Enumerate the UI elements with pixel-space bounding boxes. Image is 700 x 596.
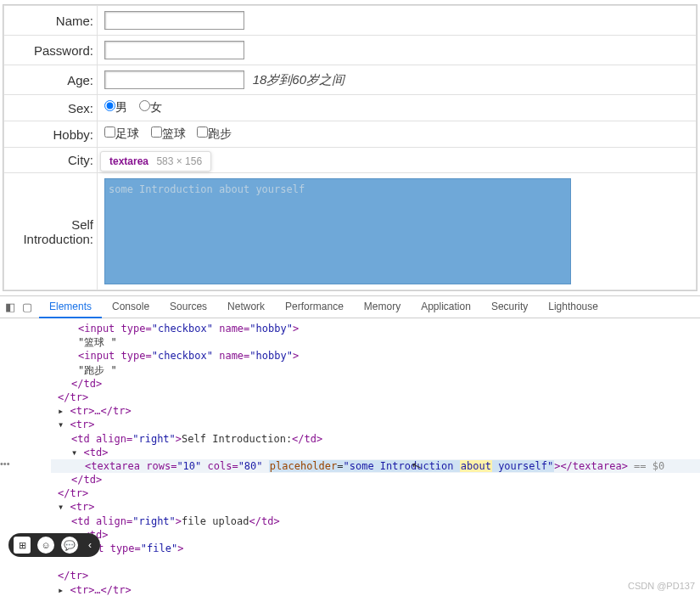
age-input[interactable]: [104, 70, 244, 89]
label-city: City:: [4, 148, 98, 173]
ellipsis-icon: •••: [0, 458, 10, 469]
hobby-running-checkbox[interactable]: [197, 127, 208, 138]
toolbar-smile-icon[interactable]: ☺: [37, 537, 54, 554]
sex-female-option[interactable]: 女: [139, 100, 162, 114]
tab-lighthouse[interactable]: Lighthouse: [538, 296, 608, 318]
form-panel: Name: Password: Age: 18岁到60岁之间 Sex: 男 女 …: [3, 4, 697, 291]
sex-male-option[interactable]: 男: [104, 100, 127, 114]
watermark-text: CSDN @PD137: [628, 581, 695, 591]
self-intro-textarea-highlight[interactable]: some Introduction about yourself: [104, 178, 571, 284]
inspector-tooltip: textarea 583 × 156: [100, 151, 211, 171]
label-age: Age:: [4, 65, 98, 95]
form-table: Name: Password: Age: 18岁到60岁之间 Sex: 男 女 …: [3, 5, 697, 290]
toolbar-collapse-icon[interactable]: ‹: [85, 539, 95, 551]
inspect-icon[interactable]: ◧: [5, 301, 15, 313]
tab-security[interactable]: Security: [481, 296, 538, 318]
label-password: Password:: [4, 36, 98, 65]
tab-console[interactable]: Console: [102, 296, 160, 318]
tab-sources[interactable]: Sources: [160, 296, 217, 318]
devtools-tabs: Elements Console Sources Network Perform…: [39, 296, 608, 318]
selected-element-line[interactable]: <textarea rows="10" cols="80" placeholde…: [51, 459, 700, 473]
toolbar-grid-icon[interactable]: ⊞: [14, 537, 31, 554]
hobby-football-option[interactable]: 足球: [104, 127, 139, 140]
label-sex: Sex:: [4, 95, 98, 121]
floating-toolbar[interactable]: ⊞ ☺ 💬 ‹: [8, 533, 100, 557]
tab-network[interactable]: Network: [217, 296, 275, 318]
tab-performance[interactable]: Performance: [275, 296, 354, 318]
label-self-intro: Self Introduction:: [4, 173, 98, 290]
hobby-basketball-option[interactable]: 篮球: [151, 127, 186, 140]
tooltip-tag: textarea: [109, 155, 148, 167]
name-input[interactable]: [104, 11, 244, 30]
tab-application[interactable]: Application: [411, 296, 481, 318]
hobby-running-option[interactable]: 跑步: [197, 127, 232, 140]
devtools-panel: ◧ ▢ Elements Console Sources Network Per…: [0, 295, 700, 596]
tooltip-dims: 583 × 156: [156, 155, 202, 167]
age-hint: 18岁到60岁之间: [253, 72, 344, 87]
hobby-basketball-checkbox[interactable]: [151, 127, 162, 138]
label-name: Name:: [4, 6, 98, 36]
sex-female-radio[interactable]: [139, 100, 150, 111]
devtools-toolbar: ◧ ▢ Elements Console Sources Network Per…: [0, 296, 700, 318]
label-hobby: Hobby:: [4, 121, 98, 148]
tab-memory[interactable]: Memory: [354, 296, 411, 318]
tab-elements[interactable]: Elements: [39, 296, 102, 318]
device-icon[interactable]: ▢: [22, 301, 32, 313]
sex-male-radio[interactable]: [104, 100, 115, 111]
textarea-placeholder-text: some Introduction about yourself: [109, 183, 305, 195]
hobby-football-checkbox[interactable]: [104, 127, 115, 138]
password-input[interactable]: [104, 41, 244, 59]
toolbar-chat-icon[interactable]: 💬: [61, 537, 78, 554]
elements-tree[interactable]: <input type="checkbox" name="hobby"> "篮球…: [0, 318, 700, 596]
